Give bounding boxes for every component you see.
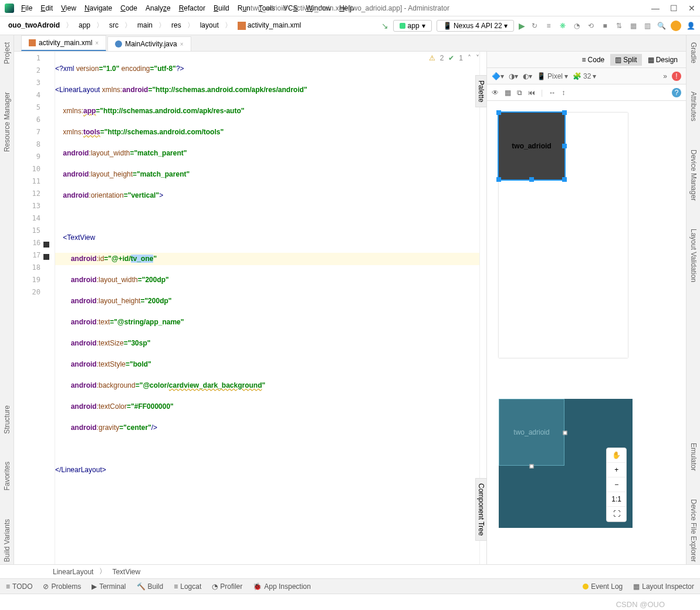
- crumb-app[interactable]: app: [75, 20, 94, 30]
- sidebar-gradle[interactable]: Gradle: [688, 40, 699, 66]
- tool-terminal[interactable]: ▶ Terminal: [92, 582, 126, 591]
- tool-profiler[interactable]: ◔ Profiler: [212, 582, 242, 591]
- design-device-frame[interactable]: two_adrioid: [499, 113, 628, 358]
- coverage-icon[interactable]: ❋: [558, 21, 567, 30]
- device-picker[interactable]: 📱 Pixel ▾: [537, 72, 568, 80]
- menu-navigate[interactable]: Navigate: [84, 4, 112, 12]
- avd-manager-icon[interactable]: ▦: [628, 21, 638, 30]
- sidebar-emulator[interactable]: Emulator: [688, 440, 699, 473]
- expand-h-icon[interactable]: ↔: [549, 89, 556, 97]
- crumb-src[interactable]: src: [106, 20, 122, 30]
- menu-run[interactable]: Run: [238, 4, 251, 12]
- night-mode-icon[interactable]: ◐▾: [523, 72, 532, 80]
- menu-view[interactable]: View: [61, 4, 76, 12]
- palette-tab[interactable]: Palette: [475, 75, 487, 107]
- close-button[interactable]: ✕: [688, 4, 695, 13]
- tab-main-activity-java[interactable]: MainActivity.java ×: [107, 36, 191, 51]
- sidebar-favorites[interactable]: Favorites: [2, 459, 12, 493]
- mode-code[interactable]: ≡ Code: [577, 54, 610, 66]
- sync-gradle-icon[interactable]: ⇅: [614, 21, 624, 30]
- sidebar-build-variants[interactable]: Build Variants: [2, 517, 12, 564]
- tool-event-log[interactable]: Event Log: [583, 582, 623, 591]
- apply-changes-icon[interactable]: ↻: [530, 21, 539, 30]
- line-number: 17: [14, 251, 55, 263]
- run-button[interactable]: ▶: [519, 21, 525, 30]
- tool-logcat[interactable]: ≡ Logcat: [174, 582, 201, 591]
- minimize-button[interactable]: —: [651, 4, 660, 13]
- sidebar-structure[interactable]: Structure: [2, 403, 12, 436]
- chevron-down-icon[interactable]: ˅: [476, 54, 479, 62]
- bc-textview[interactable]: TextView: [112, 568, 140, 576]
- sidebar-device-file-explorer[interactable]: Device File Explorer: [688, 497, 699, 564]
- guideline-icon[interactable]: ⏮: [528, 89, 535, 97]
- menu-edit[interactable]: Edit: [40, 4, 53, 12]
- crumb-main[interactable]: main: [134, 20, 156, 30]
- magnet-icon[interactable]: ⧉: [517, 89, 522, 97]
- sidebar-layout-validation[interactable]: Layout Validation: [688, 226, 699, 284]
- tab-activity-main-xml[interactable]: activity_main.xml ×: [21, 35, 106, 51]
- sdk-manager-icon[interactable]: ▥: [642, 21, 652, 30]
- mode-design[interactable]: ▦ Design: [643, 54, 682, 66]
- user-icon[interactable]: 👤: [686, 21, 695, 30]
- expand-v-icon[interactable]: ↕: [562, 89, 565, 97]
- crumb-project[interactable]: ouo_twoAdroid: [5, 20, 63, 30]
- build-hammer-icon[interactable]: ↘: [381, 21, 388, 30]
- crumb-res[interactable]: res: [168, 20, 185, 30]
- search-everywhere-icon[interactable]: 🔍: [657, 21, 666, 30]
- zoom-out-button[interactable]: −: [607, 477, 626, 492]
- design-mode-switcher: ≡ Code ▥ Split ▦ Design: [487, 52, 686, 68]
- api-picker[interactable]: 🧩 32 ▾: [573, 72, 596, 80]
- menu-file[interactable]: File: [21, 4, 32, 12]
- tool-build[interactable]: 🔨 Build: [137, 582, 164, 591]
- zoom-11-button[interactable]: 1:1: [607, 492, 626, 507]
- design-surface[interactable]: two_adrioid two_adrioid: [487, 101, 686, 564]
- code-area[interactable]: <?xml version="1.0" encoding="utf-8"?> <…: [55, 52, 479, 564]
- chevron-up-icon[interactable]: ˄: [468, 54, 471, 62]
- menu-build[interactable]: Build: [214, 4, 229, 12]
- menu-code[interactable]: Code: [120, 4, 137, 12]
- close-tab-icon[interactable]: ×: [95, 40, 99, 46]
- orientation-icon[interactable]: ◑▾: [509, 72, 518, 80]
- grid-icon[interactable]: ▦: [505, 89, 511, 97]
- editor-inspection-widget[interactable]: ⚠2 ✔1 ˄ ˅: [429, 54, 479, 62]
- tab-label: MainActivity.java: [125, 40, 177, 48]
- line-number: 10: [14, 165, 55, 177]
- more-icon[interactable]: »: [663, 72, 667, 80]
- stop-icon[interactable]: ■: [600, 21, 610, 30]
- run-config-select[interactable]: app ▾: [393, 20, 432, 32]
- tool-todo[interactable]: ≡ TODO: [6, 582, 32, 591]
- close-tab-icon[interactable]: ×: [180, 41, 184, 48]
- menu-analyze[interactable]: Analyze: [146, 4, 171, 12]
- menu-refactor[interactable]: Refactor: [179, 4, 205, 12]
- crumb-layout[interactable]: layout: [197, 20, 222, 30]
- crumb-file[interactable]: activity_main.xml: [234, 20, 305, 31]
- device-select[interactable]: 📱 Nexus 4 API 22 ▾: [437, 20, 514, 32]
- right-tool-stripe: Gradle Attributes Device Manager Layout …: [686, 35, 700, 564]
- error-badge-icon[interactable]: !: [672, 72, 681, 81]
- attach-debugger-icon[interactable]: ⟲: [586, 21, 596, 30]
- help-icon[interactable]: ?: [672, 88, 681, 97]
- tool-problems[interactable]: ⊘ Problems: [43, 582, 81, 591]
- mode-split[interactable]: ▥ Split: [610, 54, 641, 66]
- component-tree-tab[interactable]: Component Tree: [475, 478, 487, 541]
- sidebar-resource-manager[interactable]: Resource Manager: [2, 90, 12, 154]
- xml-icon: [29, 39, 36, 46]
- update-available-icon[interactable]: [671, 21, 681, 31]
- zoom-fit-button[interactable]: ⛶: [607, 507, 626, 521]
- maximize-button[interactable]: ☐: [670, 4, 678, 13]
- pan-button[interactable]: ✋: [607, 448, 626, 463]
- blueprint-frame[interactable]: two_adrioid ✋ + − 1:1 ⛶: [499, 399, 633, 528]
- profiler-icon[interactable]: ◔: [572, 21, 581, 30]
- bc-linearlayout[interactable]: LinearLayout: [53, 568, 93, 576]
- design-surface-icon[interactable]: 🔷▾: [492, 72, 504, 80]
- tool-layout-inspector[interactable]: ▦ Layout Inspector: [633, 582, 694, 591]
- code-editor[interactable]: 1 2 3 4 5 6 7 8 9 10 11 12 13 14 15 16 1: [14, 52, 486, 564]
- sidebar-project[interactable]: Project: [2, 40, 12, 66]
- blueprint-textview[interactable]: two_adrioid: [499, 399, 564, 466]
- zoom-in-button[interactable]: +: [607, 463, 626, 477]
- tool-app-inspection[interactable]: 🐞 App Inspection: [253, 582, 310, 591]
- eye-icon[interactable]: 👁: [492, 89, 499, 97]
- debug-icon[interactable]: ≡: [544, 21, 553, 30]
- sidebar-device-manager[interactable]: Device Manager: [688, 147, 699, 203]
- sidebar-attributes[interactable]: Attributes: [688, 89, 699, 124]
